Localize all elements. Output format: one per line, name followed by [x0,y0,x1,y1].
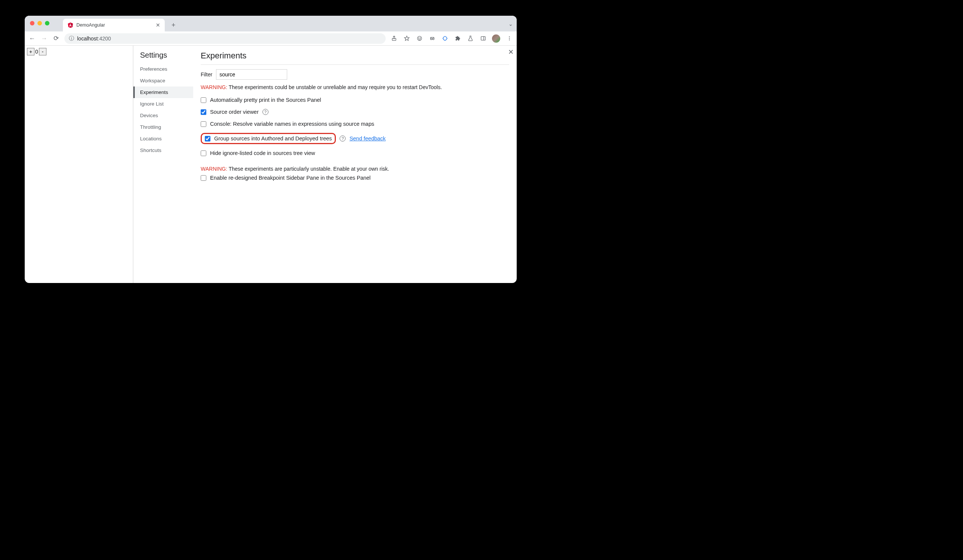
url-port: :4200 [98,36,111,42]
warning-label: WARNING: [201,84,227,90]
browser-toolbar: ← → ⟳ ⓘ localhost:4200 [25,31,517,46]
option-console-resolve-names: Console: Resolve variable names in expre… [201,118,509,130]
window-minimize-button[interactable] [37,21,42,26]
svg-marker-3 [404,36,409,40]
sidebar-item-locations[interactable]: Locations [140,133,193,144]
help-icon[interactable]: ? [263,109,269,115]
svg-point-13 [509,38,509,39]
svg-point-9 [443,37,447,40]
devtools-settings: ✕ Settings Preferences Workspace Experim… [133,46,517,283]
extensions-puzzle-icon[interactable] [454,35,461,42]
warning-text: These experiments are particularly unsta… [227,166,389,172]
svg-point-12 [509,36,509,37]
help-icon[interactable]: ? [340,136,345,141]
warning-label: WARNING: [201,166,227,172]
content-area: + 0 - ✕ Settings Preferences Workspace E… [25,46,517,283]
devtools-debug-icon[interactable] [441,35,449,42]
browser-tab[interactable]: DemoAngular ✕ [63,19,165,31]
counter-value: 0 [34,49,39,55]
window-controls [30,21,49,26]
option-label: Group sources into Authored and Deployed… [214,136,332,141]
sidebar-item-workspace[interactable]: Workspace [140,75,193,86]
warning-unstable: WARNING: These experiments could be unst… [201,84,509,90]
increment-button[interactable]: + [27,48,34,55]
url-text: localhost:4200 [77,36,111,42]
sidebar-item-ignore-list[interactable]: Ignore List [140,98,193,110]
profile-avatar[interactable] [492,34,500,43]
panel-title: Experiments [201,51,509,61]
tab-strip: DemoAngular ✕ + ⌄ [25,16,517,31]
checkbox-group-sources[interactable] [205,136,211,141]
highlight-box: Group sources into Authored and Deployed… [201,133,336,144]
option-source-order-viewer: Source order viewer ? [201,106,509,118]
checkbox-source-order-viewer[interactable] [201,109,206,115]
sidebar-item-shortcuts[interactable]: Shortcuts [140,144,193,156]
checkbox-breakpoint-sidebar[interactable] [201,175,206,181]
glasses-icon[interactable] [428,35,436,42]
option-group-sources: Group sources into Authored and Deployed… [201,130,509,147]
window-maximize-button[interactable] [45,21,49,26]
svg-rect-10 [481,37,485,40]
filter-input[interactable] [216,69,287,80]
tab-title: DemoAngular [76,23,153,28]
option-pretty-print: Automatically pretty print in the Source… [201,94,509,106]
option-label: Enable re-designed Breakpoint Sidebar Pa… [210,175,371,181]
settings-close-icon[interactable]: ✕ [508,48,514,56]
incognito-face-icon[interactable] [416,35,423,42]
settings-title: Settings [140,51,193,60]
url-host: localhost [77,36,98,42]
sidebar-item-experiments[interactable]: Experiments [133,86,193,98]
reload-button[interactable]: ⟳ [52,34,60,42]
checkbox-pretty-print[interactable] [201,97,206,103]
site-info-icon[interactable]: ⓘ [69,35,74,42]
option-hide-ignore-listed: Hide ignore-listed code in sources tree … [201,147,509,159]
side-panel-icon[interactable] [479,35,487,42]
page-viewport: + 0 - [25,46,133,283]
angular-favicon-icon [67,22,73,28]
option-breakpoint-sidebar: Enable re-designed Breakpoint Sidebar Pa… [201,172,509,184]
divider [201,65,509,65]
tabs-menu-chevron-icon[interactable]: ⌄ [509,21,513,27]
checkbox-console-resolve-names[interactable] [201,121,206,127]
warning-particularly-unstable: WARNING: These experiments are particula… [201,166,509,172]
svg-point-5 [418,38,419,39]
forward-button[interactable]: → [41,35,48,42]
warning-text: These experiments could be unstable or u… [227,84,442,90]
new-tab-button[interactable]: + [169,19,178,31]
checkbox-hide-ignore-listed[interactable] [201,151,206,156]
bookmark-star-icon[interactable] [403,35,410,42]
browser-window: DemoAngular ✕ + ⌄ ← → ⟳ ⓘ localhost:4200 [25,16,517,283]
back-button[interactable]: ← [28,35,36,42]
labs-flask-icon[interactable] [467,35,474,42]
filter-row: Filter [201,69,509,80]
filter-label: Filter [201,71,212,78]
sidebar-item-preferences[interactable]: Preferences [140,63,193,75]
option-label: Automatically pretty print in the Source… [210,97,321,103]
option-label: Source order viewer [210,109,259,115]
option-label: Console: Resolve variable names in expre… [210,121,374,127]
settings-sidebar: Settings Preferences Workspace Experimen… [133,46,193,283]
tab-close-icon[interactable]: ✕ [156,22,160,28]
address-bar[interactable]: ⓘ localhost:4200 [65,33,386,44]
sidebar-item-throttling[interactable]: Throttling [140,121,193,133]
decrement-button[interactable]: - [39,48,46,55]
toolbar-right-cluster [390,34,513,43]
sidebar-item-devices[interactable]: Devices [140,110,193,121]
option-label: Hide ignore-listed code in sources tree … [210,150,315,156]
kebab-menu-icon[interactable] [506,35,513,42]
experiments-panel: Experiments Filter WARNING: These experi… [193,46,517,283]
window-close-button[interactable] [30,21,34,26]
svg-point-14 [509,40,509,40]
counter-widget: + 0 - [27,48,131,55]
send-feedback-link[interactable]: Send feedback [349,136,386,141]
svg-point-6 [420,38,420,39]
share-icon[interactable] [390,35,398,42]
